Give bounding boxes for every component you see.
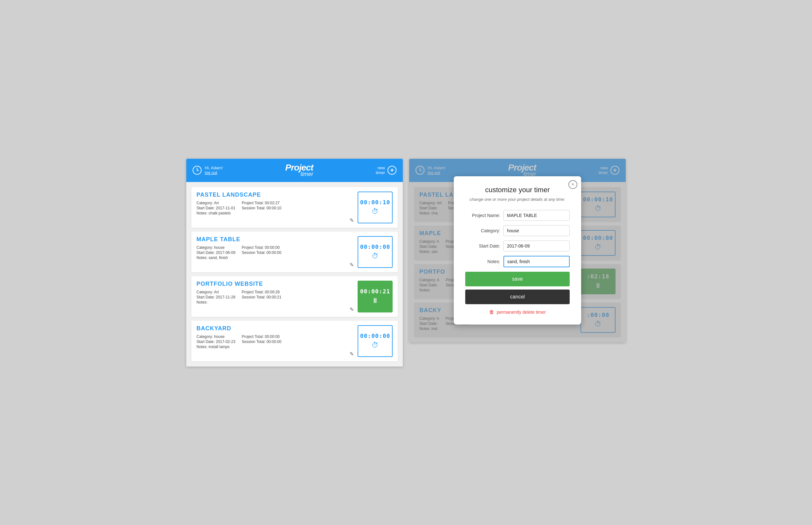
project-total-pastel: Project Total: 00:02:27 [242,201,281,205]
project-info-maple: MAPLE TABLE Category: house Start Date: … [197,236,354,268]
delete-label[interactable]: permanently delete timer [497,310,546,315]
category-label: Category: [465,228,500,233]
timer-box-pastel[interactable]: 00:00:10 ⏱ [358,192,393,223]
project-details-col-right-portfolio: Project Total: 00:00:28 Session Total: 0… [242,290,281,304]
notes-backyard: Notes: install lamps [197,345,235,349]
user-greeting: Hi, Adam! log out [205,165,222,175]
project-title-maple: MAPLE TABLE [197,236,354,243]
project-name-label: Project Name: [465,213,500,218]
project-name-input[interactable] [504,210,570,221]
play-icon-maple[interactable]: ⏱ [372,252,379,260]
project-details-col-left-pastel: Category: Art Start Date: 2017-11-01 Not… [197,201,235,215]
header-user-info: Hi, Adam! log out [193,165,222,175]
project-title-backyard: BACKYARD [197,325,354,332]
session-total-backyard: Session Total: 00:00:00 [242,340,281,344]
start-date-maple: Start Date: 2017-06-09 [197,251,235,255]
project-details-col-left-maple: Category: house Start Date: 2017-06-09 N… [197,245,235,260]
new-timer-label: new timer [376,165,385,175]
play-icon-backyard[interactable]: ⏱ [372,341,379,349]
start-date-input[interactable] [504,241,570,251]
start-date-label: Start Date: [465,243,500,249]
modal-close-button[interactable]: × [568,180,577,189]
save-button[interactable]: save [465,272,570,286]
notes-portfolio: Notes: [197,300,235,304]
form-row-category: Category: [465,225,570,236]
project-details-maple: Category: house Start Date: 2017-06-09 N… [197,245,354,260]
start-date-backyard: Start Date: 2017-02-23 [197,340,235,344]
delete-timer-row[interactable]: 🗑 permanently delete timer [465,309,570,315]
edit-icon-pastel[interactable]: ✎ [197,217,354,223]
session-total-pastel: Session Total: 00:00:10 [242,206,281,210]
project-card-maple-table: MAPLE TABLE Category: house Start Date: … [191,231,398,272]
project-card-backyard: BACKYARD Category: house Start Date: 201… [191,321,398,361]
timer-display-maple: 00:00:00 [360,243,390,250]
project-details-backyard: Category: house Start Date: 2017-02-23 N… [197,334,354,349]
form-row-notes: Notes: [465,256,570,267]
timer-box-maple[interactable]: 00:00:00 ⏱ [358,236,393,268]
projects-list: PASTEL LANDSCAPE Category: Art Start Dat… [186,182,403,366]
timer-display-pastel: 00:00:10 [360,199,390,206]
modal-title: customize your timer [465,186,570,194]
trash-icon: 🗑 [489,309,494,315]
play-icon-pastel[interactable]: ⏱ [372,208,379,216]
form-row-start-date: Start Date: [465,241,570,251]
category-input[interactable] [504,225,570,236]
category-portfolio: Category: Art [197,290,235,294]
left-screen: Hi, Adam! log out Project timer new time… [186,159,403,366]
project-details-col-right-pastel: Project Total: 00:02:27 Session Total: 0… [242,201,281,215]
timer-display-backyard: 00:00:00 [360,332,390,339]
category-maple: Category: house [197,245,235,250]
project-info-portfolio: PORTFOLIO WEBSITE Category: Art Start Da… [197,281,354,313]
timer-display-portfolio: 00:00:21 [360,288,390,295]
project-total-portfolio: Project Total: 00:00:28 [242,290,281,294]
project-details-col-right-backyard: Project Total: 00:00:00 Session Total: 0… [242,334,281,349]
project-title-pastel: PASTEL LANDSCAPE [197,192,354,198]
screens-container: Hi, Adam! log out Project timer new time… [186,159,626,366]
project-total-maple: Project Total: 00:00:00 [242,245,281,250]
pause-icon-portfolio[interactable]: ⏸ [372,297,379,305]
app-logo: Project timer [285,163,313,178]
project-card-portfolio: PORTFOLIO WEBSITE Category: Art Start Da… [191,276,398,317]
notes-input[interactable] [504,256,570,267]
form-row-project-name: Project Name: [465,210,570,221]
modal-subtitle: change one or more your project details … [465,197,570,202]
project-details-col-left-portfolio: Category: Art Start Date: 2017-11-28 Not… [197,290,235,304]
edit-icon-portfolio[interactable]: ✎ [197,306,354,313]
session-total-portfolio: Session Total: 00:00:21 [242,295,281,299]
project-details-col-left-backyard: Category: house Start Date: 2017-02-23 N… [197,334,235,349]
cancel-button[interactable]: cancel [465,289,570,304]
start-date-pastel: Start Date: 2017-11-01 [197,206,235,210]
project-info-backyard: BACKYARD Category: house Start Date: 201… [197,325,354,357]
new-timer-button[interactable]: + [388,166,396,175]
notes-maple: Notes: sand, finish [197,255,235,260]
notes-pastel: Notes: chalk pastels [197,211,235,215]
notes-label: Notes: [465,259,500,264]
project-details-portfolio: Category: Art Start Date: 2017-11-28 Not… [197,290,354,304]
project-title-portfolio: PORTFOLIO WEBSITE [197,281,354,287]
project-card-pastel-landscape: PASTEL LANDSCAPE Category: Art Start Dat… [191,187,398,228]
timer-box-backyard[interactable]: 00:00:00 ⏱ [358,325,393,357]
edit-icon-backyard[interactable]: ✎ [197,351,354,357]
customize-timer-modal: × customize your timer change one or mor… [454,176,581,325]
project-details-col-right-maple: Project Total: 00:00:00 Session Total: 0… [242,245,281,260]
header-left-screen: Hi, Adam! log out Project timer new time… [186,159,403,182]
session-total-maple: Session Total: 00:00:00 [242,251,281,255]
start-date-portfolio: Start Date: 2017-11-28 [197,295,235,299]
project-details-pastel: Category: Art Start Date: 2017-11-01 Not… [197,201,354,215]
new-timer-section: new timer + [376,165,396,175]
timer-box-portfolio[interactable]: 00:00:21 ⏸ [358,281,393,313]
clock-icon [193,166,202,175]
right-screen: Hi, Adam! log out Project timer new time… [409,159,626,342]
edit-icon-maple[interactable]: ✎ [197,262,354,268]
category-backyard: Category: house [197,334,235,339]
category-pastel: Category: Art [197,201,235,205]
project-total-backyard: Project Total: 00:00:00 [242,334,281,339]
project-info-pastel: PASTEL LANDSCAPE Category: Art Start Dat… [197,192,354,223]
